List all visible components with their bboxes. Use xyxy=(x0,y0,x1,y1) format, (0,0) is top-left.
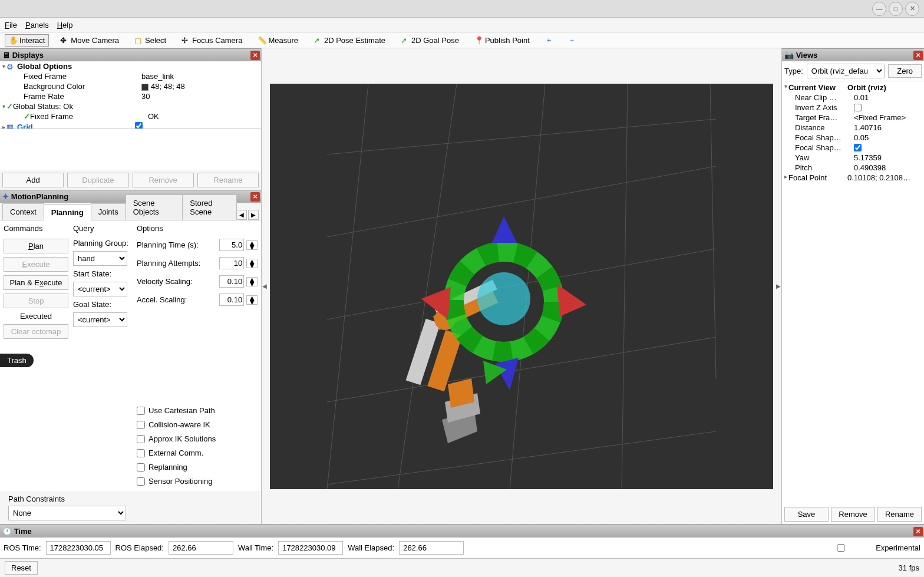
query-heading: Query xyxy=(73,224,132,233)
maximize-button[interactable]: □ xyxy=(889,2,903,16)
trash-pill[interactable]: Trash xyxy=(0,354,34,367)
close-time-icon[interactable]: ✕ xyxy=(913,527,923,536)
splitter-right[interactable]: ▶ xyxy=(776,283,781,289)
frame-rate-value[interactable]: 30 xyxy=(141,92,259,101)
ros-elapsed-input[interactable] xyxy=(169,541,233,555)
plan-execute-button[interactable]: Plan & Execute xyxy=(4,275,68,290)
svg-point-20 xyxy=(477,272,530,325)
tool-2d-goal-pose[interactable]: ➚2D Goal Pose xyxy=(397,34,463,47)
reset-button[interactable]: Reset xyxy=(5,561,38,575)
remove-display-button[interactable]: Remove xyxy=(133,173,194,187)
replanning-checkbox[interactable] xyxy=(137,463,145,472)
invert-z-checkbox[interactable] xyxy=(854,103,862,112)
spinner-arrows[interactable]: ▲▼ xyxy=(246,259,258,268)
svg-marker-23 xyxy=(492,216,517,243)
sensor-positioning-checkbox[interactable] xyxy=(137,477,145,486)
tool-plus[interactable]: ＋ xyxy=(541,33,557,47)
planning-group-select[interactable]: hand xyxy=(73,251,127,266)
tab-scroll-right[interactable]: ▶ xyxy=(248,210,259,220)
svg-line-4 xyxy=(327,431,716,484)
tab-scroll-left[interactable]: ◀ xyxy=(236,210,247,220)
tool-measure[interactable]: 📏Measure xyxy=(253,34,302,47)
caret-icon[interactable]: ▸ xyxy=(2,124,5,130)
rename-display-button[interactable]: Rename xyxy=(197,173,259,187)
close-motion-icon[interactable]: ✕ xyxy=(250,192,260,202)
ros-time-input[interactable] xyxy=(46,541,111,555)
collision-ik-checkbox[interactable] xyxy=(137,421,145,429)
use-cartesian-checkbox[interactable] xyxy=(137,407,145,415)
tab-scene-objects[interactable]: Scene Objects xyxy=(126,194,183,220)
duplicate-display-button[interactable]: Duplicate xyxy=(67,173,128,187)
add-display-button[interactable]: Add xyxy=(2,173,64,187)
start-state-select[interactable]: <current> xyxy=(73,282,127,296)
spinner-arrows[interactable]: ▲▼ xyxy=(246,295,258,305)
approx-ik-checkbox[interactable] xyxy=(137,435,145,443)
fps-indicator: 31 fps xyxy=(899,563,919,572)
tab-stored-scene[interactable]: Stored Scene xyxy=(182,194,237,220)
velocity-scaling-input[interactable] xyxy=(219,275,244,288)
execute-button[interactable]: Execute xyxy=(4,257,68,272)
experimental-checkbox[interactable] xyxy=(808,544,873,552)
ruler-icon: 📏 xyxy=(258,36,266,44)
tab-context[interactable]: Context xyxy=(2,203,44,220)
executed-label: Executed xyxy=(4,312,68,321)
save-view-button[interactable]: Save xyxy=(784,507,829,522)
rename-view-button[interactable]: Rename xyxy=(877,507,922,522)
displays-panel-header: 🖥 Displays ✕ xyxy=(0,48,261,61)
accel-scaling-input[interactable] xyxy=(219,294,244,306)
views-tree[interactable]: ▾Current ViewOrbit (rviz) Near Clip …0.0… xyxy=(782,81,924,505)
fixed-frame-value[interactable]: base_link xyxy=(141,72,259,81)
spinner-arrows[interactable]: ▲▼ xyxy=(246,277,258,286)
splitter-left[interactable]: ◀ xyxy=(262,283,268,289)
grid-icon: ▦ xyxy=(6,123,15,129)
tool-minus[interactable]: － xyxy=(564,33,580,47)
tool-2d-pose-estimate[interactable]: ➚2D Pose Estimate xyxy=(309,34,390,47)
remove-view-button[interactable]: Remove xyxy=(831,507,875,522)
wall-time-label: Wall Time: xyxy=(238,543,273,552)
planning-attempts-input[interactable] xyxy=(219,257,244,269)
close-views-icon[interactable]: ✕ xyxy=(913,51,923,60)
external-comm-checkbox[interactable] xyxy=(137,449,145,457)
tool-select[interactable]: ▢Select xyxy=(130,34,170,47)
check-icon: ✓ xyxy=(24,112,30,121)
clear-octomap-button[interactable]: Clear octomap xyxy=(4,324,68,339)
menu-help[interactable]: Help xyxy=(57,21,73,29)
tool-move-camera[interactable]: ✥Move Camera xyxy=(56,34,123,47)
menubar: File Panels Help xyxy=(0,18,924,32)
menu-file[interactable]: File xyxy=(5,21,17,29)
display-grid[interactable]: Grid xyxy=(17,123,135,130)
3d-viewport[interactable] xyxy=(270,84,773,489)
bg-color-value[interactable]: 48; 48; 48 xyxy=(141,82,259,91)
zero-button[interactable]: Zero xyxy=(888,64,922,78)
planning-time-input[interactable] xyxy=(219,239,244,251)
close-displays-icon[interactable]: ✕ xyxy=(250,51,260,60)
tool-focus-camera[interactable]: ✢Focus Camera xyxy=(177,34,246,47)
move-icon: ✥ xyxy=(60,36,68,44)
wall-elapsed-input[interactable] xyxy=(399,541,464,555)
commands-heading: Commands xyxy=(4,224,68,233)
start-state-label: Start State: xyxy=(73,269,132,278)
path-constraints-select[interactable]: None xyxy=(8,506,126,520)
close-button[interactable]: ✕ xyxy=(905,2,919,16)
planning-group-label: Planning Group: xyxy=(73,239,132,248)
view-type-select[interactable]: Orbit (rviz_defau xyxy=(807,64,885,78)
goal-state-select[interactable]: <current> xyxy=(73,312,127,327)
toolbar: ✋Interact ✥Move Camera ▢Select ✢Focus Ca… xyxy=(0,32,924,48)
tab-joints[interactable]: Joints xyxy=(91,203,126,220)
stop-button[interactable]: Stop xyxy=(4,294,68,308)
displays-tree[interactable]: ▾⚙Global Options Fixed Framebase_link Ba… xyxy=(0,61,261,129)
focal-shape-checkbox[interactable] xyxy=(854,143,862,152)
tool-interact[interactable]: ✋Interact xyxy=(5,34,49,47)
motion-tabs: Context Planning Joints Scene Objects St… xyxy=(0,203,261,220)
wall-time-input[interactable] xyxy=(278,541,343,555)
tab-planning[interactable]: Planning xyxy=(44,204,91,220)
grid-enable-checkbox[interactable] xyxy=(135,122,143,129)
plan-button[interactable]: Plan xyxy=(4,239,68,253)
tool-publish-point[interactable]: 📍Publish Point xyxy=(470,34,534,47)
spinner-arrows[interactable]: ▲▼ xyxy=(246,240,258,250)
minimize-button[interactable]: — xyxy=(872,2,886,16)
svg-line-1 xyxy=(327,166,716,237)
menu-panels[interactable]: Panels xyxy=(25,21,49,29)
caret-icon[interactable]: ▾ xyxy=(2,103,5,110)
caret-icon[interactable]: ▾ xyxy=(2,63,5,70)
